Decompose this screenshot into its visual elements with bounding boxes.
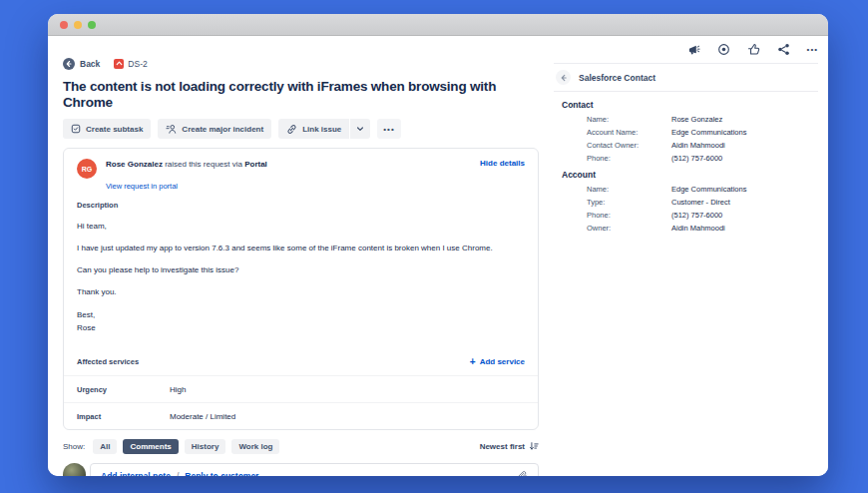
field-value: (512) 757-6000 <box>671 152 722 165</box>
slash-separator: / <box>177 471 179 476</box>
description-paragraph: Thank you. <box>77 286 525 297</box>
app-window: Back DS-2 The content is not loading cor… <box>48 14 828 476</box>
account-row: Type: Customer - Direct <box>587 196 818 209</box>
show-label: Show: <box>63 442 85 451</box>
issue-title[interactable]: The content is not loading correctly wit… <box>63 79 539 111</box>
field-label: Phone: <box>587 209 671 222</box>
contact-section-rows: Name: Rose Gonzalez Account Name: Edge C… <box>587 113 818 165</box>
more-icon: ••• <box>383 125 394 134</box>
incident-type-icon <box>114 59 124 69</box>
request-raised-text: Rose Gonzalez raised this request via Po… <box>106 159 267 170</box>
create-major-incident-button[interactable]: Create major incident <box>158 119 271 139</box>
contact-section-heading: Contact <box>562 100 818 110</box>
contact-row: Phone: (512) 757-6000 <box>587 152 818 165</box>
chevron-down-icon <box>356 125 364 133</box>
attachment-paperclip-icon[interactable] <box>516 470 528 476</box>
impact-row: Impact Moderate / Limited <box>64 402 538 429</box>
impact-value[interactable]: Moderate / Limited <box>170 412 235 421</box>
description-paragraph: I have just updated my app to version 7.… <box>77 243 525 253</box>
add-service-label: Add service <box>480 357 525 366</box>
field-label: Name: <box>587 183 671 196</box>
panel-header-divider <box>554 91 818 92</box>
contact-row: Contact Owner: Aidin Mahmoodi <box>587 139 818 152</box>
view-request-in-portal-link[interactable]: View request in portal <box>106 182 538 191</box>
issue-main-column: Back DS-2 The content is not loading cor… <box>63 36 539 476</box>
zoom-window-button[interactable] <box>88 21 96 29</box>
field-value: Rose Gonzalez <box>671 113 722 126</box>
account-section-heading: Account <box>562 170 818 180</box>
urgency-row: Urgency High <box>64 375 538 402</box>
panel-back-button[interactable] <box>556 70 571 85</box>
description-label: Description <box>77 201 525 210</box>
contact-row: Account Name: Edge Communications <box>587 126 818 139</box>
issue-key-breadcrumb[interactable]: DS-2 <box>114 59 147 69</box>
link-issue-split-button: Link issue <box>278 119 370 139</box>
create-subtask-label: Create subtask <box>86 125 143 134</box>
description-paragraph: Can you please help to investigate this … <box>77 264 525 275</box>
field-value: Aidin Mahmoodi <box>671 222 725 235</box>
current-user-avatar <box>63 463 86 476</box>
request-details-card: RG Rose Gonzalez raised this request via… <box>63 148 539 430</box>
link-icon <box>286 124 297 135</box>
watch-icon[interactable] <box>717 43 730 56</box>
field-label: Type: <box>587 196 671 209</box>
description-paragraph: Best, Rose <box>77 308 525 334</box>
field-value: Customer - Direct <box>671 196 730 209</box>
comment-input-box[interactable]: Add internal note / Reply to customer <box>90 463 539 476</box>
reporter-name: Rose Gonzalez <box>106 160 163 169</box>
add-internal-note-link[interactable]: Add internal note <box>101 471 171 476</box>
breadcrumb: Back DS-2 <box>63 57 539 70</box>
share-icon[interactable] <box>777 43 790 56</box>
field-value: Edge Communications <box>671 183 746 196</box>
context-right-panel: ••• Salesforce Contact Contact Name: Ros… <box>554 36 818 235</box>
filter-tab-history[interactable]: History <box>185 439 226 454</box>
request-card-header: RG Rose Gonzalez raised this request via… <box>64 149 538 179</box>
sort-descending-icon <box>529 441 539 451</box>
field-value: (512) 757-6000 <box>671 209 722 222</box>
request-fields: Affected services + Add service Urgency … <box>64 348 538 429</box>
reporter-avatar: RG <box>77 159 97 179</box>
sort-order-button[interactable]: Newest first <box>480 441 539 451</box>
salesforce-panel-header: Salesforce Contact <box>554 64 818 91</box>
field-label: Contact Owner: <box>587 139 671 152</box>
link-issue-dropdown-button[interactable] <box>350 119 370 139</box>
account-row: Owner: Aidin Mahmoodi <box>587 222 818 235</box>
description-paragraph: Hi team, <box>77 221 525 232</box>
major-incident-person-icon <box>166 124 177 134</box>
filter-tab-all[interactable]: All <box>93 439 117 454</box>
reply-to-customer-link[interactable]: Reply to customer <box>185 471 258 476</box>
link-issue-button[interactable]: Link issue <box>278 119 349 139</box>
minimize-window-button[interactable] <box>74 21 82 29</box>
issue-key: DS-2 <box>128 59 147 69</box>
subtask-icon <box>71 124 81 134</box>
account-section-rows: Name: Edge Communications Type: Customer… <box>587 183 818 235</box>
urgency-value[interactable]: High <box>170 385 186 394</box>
filter-tab-comments[interactable]: Comments <box>123 439 178 454</box>
more-toolbar-icon[interactable]: ••• <box>807 45 818 54</box>
vote-thumbs-up-icon[interactable] <box>747 43 760 56</box>
sort-order-label: Newest first <box>480 442 525 451</box>
raised-via-text: raised this request via <box>163 160 244 169</box>
field-label: Owner: <box>587 222 671 235</box>
close-window-button[interactable] <box>60 21 68 29</box>
field-value: Edge Communications <box>671 126 746 139</box>
add-service-button[interactable]: + Add service <box>470 357 525 366</box>
activity-filter-bar: Show: All Comments History Work log Newe… <box>63 438 539 454</box>
impact-label: Impact <box>77 412 170 421</box>
hide-details-link[interactable]: Hide details <box>480 159 525 168</box>
description-section: Description Hi team, I have just updated… <box>64 191 538 334</box>
macos-titlebar <box>48 14 828 36</box>
comment-editor-row: Add internal note / Reply to customer <box>63 463 539 476</box>
link-issue-label: Link issue <box>302 125 341 134</box>
feedback-megaphone-icon[interactable] <box>687 44 700 56</box>
field-value: Aidin Mahmoodi <box>671 139 725 152</box>
more-actions-button[interactable]: ••• <box>377 119 400 139</box>
affected-services-label: Affected services <box>77 357 170 366</box>
salesforce-panel-title: Salesforce Contact <box>579 73 655 83</box>
filter-tab-worklog[interactable]: Work log <box>231 439 279 454</box>
back-label: Back <box>80 59 100 69</box>
create-subtask-button[interactable]: Create subtask <box>63 119 151 139</box>
field-label: Account Name: <box>587 126 671 139</box>
back-button[interactable]: Back <box>63 58 100 70</box>
contact-row: Name: Rose Gonzalez <box>587 113 818 126</box>
